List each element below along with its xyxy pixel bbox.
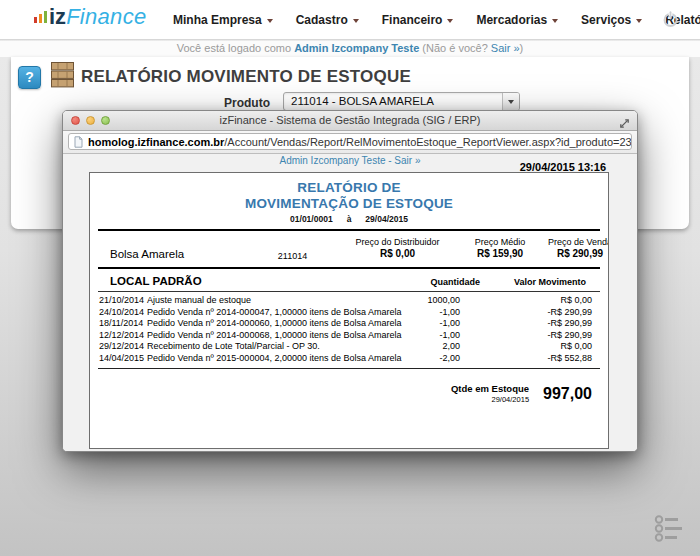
location-name: LOCAL PADRÃO <box>110 275 288 287</box>
row-value: -R$ 290,99 <box>460 330 592 342</box>
column-header-quantidade: Quantidade <box>288 277 480 287</box>
url-field[interactable]: homolog.izfinance.com.br/Account/Vendas/… <box>68 133 632 150</box>
nav-label: Minha Empresa <box>173 13 262 27</box>
price-distribuidor: R$ 0,00 <box>335 248 460 261</box>
table-row: 12/12/2014 Pedido Venda nº 2014-000068, … <box>90 330 608 342</box>
report-footer: Qtde em Estoque 29/04/2015 997,00 <box>90 383 608 404</box>
table-row: 14/04/2015 Pedido Venda nº 2015-000004, … <box>90 353 608 365</box>
chevron-down-icon <box>447 19 453 23</box>
row-quantity: -1,00 <box>370 318 460 330</box>
row-date: 14/04/2015 <box>99 353 147 365</box>
power-icon[interactable] <box>662 10 679 32</box>
stock-boxes-icon <box>49 61 76 93</box>
stock-total-date: 29/04/2015 <box>451 395 529 404</box>
row-date: 21/10/2014 <box>99 295 147 307</box>
row-date: 18/11/2014 <box>99 318 147 330</box>
page-icon <box>74 136 83 148</box>
mac-zoom-icon[interactable] <box>101 116 110 125</box>
window-controls <box>71 116 110 125</box>
row-value: -R$ 290,99 <box>460 307 592 319</box>
nav-label: Mercadorias <box>476 13 547 27</box>
row-value: R$ 0,00 <box>460 341 592 353</box>
price-medio: R$ 159,90 <box>460 248 540 261</box>
list-icon[interactable] <box>653 515 685 546</box>
product-code: 211014 <box>250 248 335 261</box>
stock-total-labels: Qtde em Estoque 29/04/2015 <box>451 383 529 404</box>
chevron-down-icon <box>267 19 273 23</box>
row-description: Pedido Venda nº 2014-000047, 1,00000 ite… <box>147 307 370 319</box>
row-date: 24/10/2014 <box>99 307 147 319</box>
product-select[interactable]: 211014 - BOLSA AMARELA <box>283 92 520 111</box>
nav-item-minha-empresa[interactable]: Minha Empresa <box>173 13 273 27</box>
report-popup-window: izFinance - Sistema de Gestão Integrada … <box>62 110 638 452</box>
stock-movement-report: RELATÓRIO DE MOVIMENTAÇÃO DE ESTOQUE 01/… <box>89 172 609 449</box>
row-quantity: -2,00 <box>370 353 460 365</box>
user-link[interactable]: Admin Izcompany Teste <box>294 42 419 54</box>
movement-table: 21/10/2014 Ajuste manual de estoque 1000… <box>90 292 608 365</box>
mac-close-icon[interactable] <box>71 116 80 125</box>
login-text: Você está logado como <box>177 42 294 54</box>
product-select-value: 211014 - BOLSA AMARELA <box>291 95 434 107</box>
row-description: Pedido Venda nº 2014-000060, 1,00000 ite… <box>147 318 370 330</box>
row-date: 29/12/2014 <box>99 341 147 353</box>
nav-label: Serviços <box>581 13 631 27</box>
izfinance-logo[interactable]: iz Finance <box>34 5 147 29</box>
url-domain: homolog.izfinance.com.br <box>88 136 224 148</box>
product-name: Bolsa Amarela <box>110 248 250 261</box>
chevron-down-icon <box>636 19 642 23</box>
login-text-mid: (Não é você? <box>419 42 491 54</box>
row-description: Pedido Venda nº 2014-000068, 1,00000 ite… <box>147 330 370 342</box>
divider <box>98 368 600 370</box>
column-header-valor: Valor Movimento <box>480 277 586 287</box>
mac-minimize-icon[interactable] <box>86 116 95 125</box>
date-to: 29/04/2015 <box>365 214 408 224</box>
chevron-down-icon <box>353 19 359 23</box>
logo-text-finance: Finance <box>66 5 146 29</box>
price-header-distribuidor: Preço do Distribuidor <box>335 237 460 247</box>
window-expand-icon[interactable] <box>619 115 630 133</box>
nav-item-mercadorias[interactable]: Mercadorias <box>476 13 558 27</box>
product-row: Bolsa Amarela 211014 R$ 0,00 R$ 159,90 R… <box>90 248 608 265</box>
login-status-bar: Você está logado como Admin Izcompany Te… <box>0 41 700 57</box>
table-row: 18/11/2014 Pedido Venda nº 2014-000060, … <box>90 318 608 330</box>
logo-text-iz: iz <box>49 5 66 29</box>
login-text-after: ) <box>520 42 524 54</box>
nav-item-cadastro[interactable]: Cadastro <box>296 13 359 27</box>
logo-bars-icon <box>34 11 47 23</box>
nav-label: Cadastro <box>296 13 348 27</box>
row-date: 12/12/2014 <box>99 330 147 342</box>
browser-urlbar: homolog.izfinance.com.br/Account/Vendas/… <box>63 131 637 154</box>
report-date-range: 01/01/0001à29/04/2015 <box>90 214 608 224</box>
stock-total-label: Qtde em Estoque <box>451 383 529 394</box>
desktop-background: iz Finance Minha Empresa Cadastro Financ… <box>0 0 700 556</box>
row-value: -R$ 290,99 <box>460 318 592 330</box>
date-from: 01/01/0001 <box>290 214 333 224</box>
main-nav: Minha Empresa Cadastro Financeiro Mercad… <box>173 0 700 40</box>
window-title: izFinance - Sistema de Gestão Integrada … <box>63 111 637 130</box>
row-description: Pedido Venda nº 2015-000004, 2,00000 ite… <box>147 353 370 365</box>
nav-item-servicos[interactable]: Serviços <box>581 13 642 27</box>
row-description: Ajuste manual de estoque <box>147 295 370 307</box>
popup-page-body: Admin Izcompany Teste - Sair » 29/04/201… <box>63 154 637 451</box>
nav-label: Financeiro <box>382 13 443 27</box>
row-value: R$ 0,00 <box>460 295 592 307</box>
price-header-row: Preço do Distribuidor Preço Médio Preço … <box>90 237 608 247</box>
price-header-venda: Preço de Venda <box>540 237 609 247</box>
location-header-row: LOCAL PADRÃO Quantidade Valor Movimento <box>90 269 608 291</box>
chevron-down-icon <box>552 19 558 23</box>
window-titlebar[interactable]: izFinance - Sistema de Gestão Integrada … <box>63 111 637 131</box>
help-button[interactable]: ? <box>18 66 41 89</box>
nav-item-financeiro[interactable]: Financeiro <box>382 13 454 27</box>
price-header-medio: Preço Médio <box>460 237 540 247</box>
row-quantity: 1000,00 <box>370 295 460 307</box>
row-value: -R$ 552,88 <box>460 353 592 365</box>
date-separator: à <box>347 214 352 224</box>
row-quantity: 2,00 <box>370 341 460 353</box>
table-row: 29/12/2014 Recebimento de Lote Total/Par… <box>90 341 608 353</box>
logout-link[interactable]: Sair » <box>491 42 520 54</box>
table-row: 21/10/2014 Ajuste manual de estoque 1000… <box>90 295 608 307</box>
row-quantity: -1,00 <box>370 330 460 342</box>
price-venda: R$ 290,99 <box>540 248 609 261</box>
select-caret-button[interactable] <box>502 93 519 110</box>
table-row: 24/10/2014 Pedido Venda nº 2014-000047, … <box>90 307 608 319</box>
